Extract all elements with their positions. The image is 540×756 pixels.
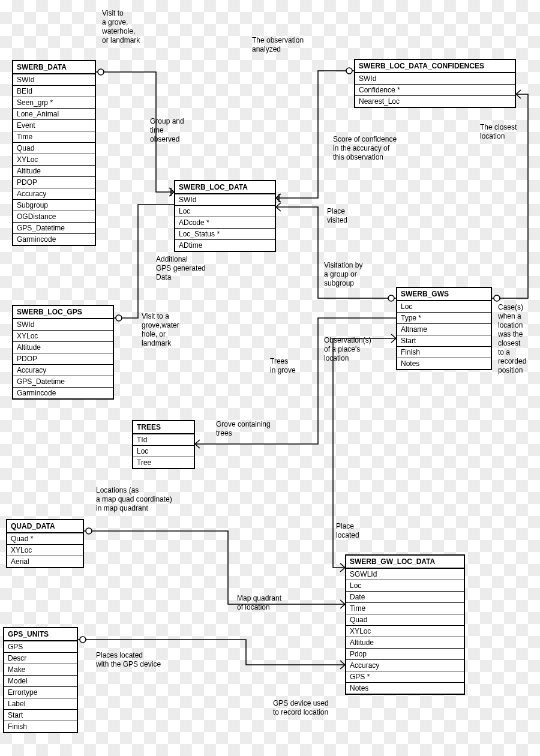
label-cases-loc: Case(s) when a location was the closest …: [498, 303, 526, 375]
attr: ADtime: [175, 240, 275, 251]
attr: Notes: [397, 358, 491, 369]
attr: SWId: [13, 74, 95, 86]
entity-title: SWERB_DATA: [13, 61, 95, 74]
label-place-visited: Place visited: [327, 207, 347, 225]
attr: Date: [346, 592, 464, 603]
entity-title: SWERB_GW_LOC_DATA: [346, 556, 464, 569]
attr: Start: [4, 710, 77, 721]
attr: Loc: [346, 580, 464, 592]
attr: BEId: [13, 86, 95, 97]
svg-point-6: [86, 528, 92, 534]
attr: Make: [4, 664, 77, 676]
attr: Errortype: [4, 687, 77, 698]
attr: Loc_Status *: [175, 229, 275, 240]
entity-title: TREES: [133, 421, 194, 434]
attr: Nearest_Loc: [355, 96, 515, 107]
attr: PDOP: [13, 353, 113, 365]
attr: Garmincode: [13, 388, 113, 398]
label-map-quad-loc: Map quadrant of location: [237, 594, 281, 612]
entity-quad-data: QUAD_DATA Quad * XYLoc Aerial: [6, 519, 84, 568]
entity-title: GPS_UNITS: [4, 628, 77, 641]
attr: Time: [13, 131, 95, 143]
attr: Notes: [346, 683, 464, 694]
attr: Garmincode: [13, 234, 95, 245]
attr: Loc: [175, 206, 275, 217]
attr: Accuracy: [13, 188, 95, 200]
attr: SWId: [175, 194, 275, 206]
entity-title: SWERB_LOC_DATA: [175, 181, 275, 194]
attr: Altitude: [13, 166, 95, 177]
attr: Start: [397, 335, 491, 347]
label-gps-device: GPS device used to record location: [273, 699, 329, 717]
attr: GPS: [4, 641, 77, 653]
label-locations-quad: Locations (as a map quad coordinate) in …: [96, 486, 172, 513]
label-visit-grove2: Visit to a grove,water hole, or landmark: [142, 312, 179, 348]
svg-point-0: [98, 69, 104, 75]
attr: ADcode *: [175, 217, 275, 229]
attr: GPS_Datetime: [13, 223, 95, 234]
attr: Accuracy: [13, 365, 113, 376]
attr: GPS_Datetime: [13, 376, 113, 388]
attr: PDOP: [13, 177, 95, 188]
attr: Subgroup: [13, 200, 95, 211]
attr: Quad: [346, 614, 464, 626]
svg-point-2: [346, 68, 352, 74]
entity-swerb-loc-gps: SWERB_LOC_GPS SWId XYLoc Altitude PDOP A…: [12, 305, 114, 400]
attr: OGDistance: [13, 211, 95, 223]
label-trees-in-grove: Trees in grove: [270, 357, 296, 375]
attr: Accuracy: [346, 660, 464, 671]
attr: XYLoc: [346, 626, 464, 637]
attr: SWId: [13, 319, 113, 331]
attr: Loc: [133, 446, 194, 457]
svg-point-1: [116, 315, 122, 321]
label-score-conf: Score of confidence in the accuracy of t…: [333, 135, 397, 162]
attr: TId: [133, 434, 194, 446]
label-group-time: Group and time observed: [150, 117, 184, 144]
attr: Model: [4, 676, 77, 687]
attr: Quad: [13, 143, 95, 154]
entity-title: SWERB_LOC_DATA_CONFIDENCES: [355, 60, 515, 73]
attr: XYLoc: [13, 154, 95, 166]
attr: Quad *: [7, 533, 83, 545]
attr: Aerial: [7, 556, 83, 567]
entity-swerb-gws: SWERB_GWS Loc Type * Altname Start Finis…: [396, 287, 492, 370]
entity-title: SWERB_LOC_GPS: [13, 306, 113, 319]
label-visit-grove: Visit to a grove, waterhole, or landmark: [102, 9, 140, 45]
attr: SWId: [355, 73, 515, 85]
attr: Finish: [397, 347, 491, 358]
attr: Altname: [397, 324, 491, 335]
attr: Label: [4, 698, 77, 710]
attr: Finish: [4, 721, 77, 732]
label-closest-loc: The closest location: [480, 123, 517, 141]
label-obs-place-loc: Observation(s) of a place's location: [324, 336, 371, 363]
attr: Tree: [133, 457, 194, 468]
entity-swerb-loc-data-confidences: SWERB_LOC_DATA_CONFIDENCES SWId Confiden…: [354, 59, 516, 108]
svg-point-4: [388, 295, 394, 301]
attr: Confidence *: [355, 85, 515, 96]
entity-trees: TREES TId Loc Tree: [132, 420, 195, 469]
attr: Event: [13, 120, 95, 131]
attr: Altitude: [13, 342, 113, 353]
attr: Altitude: [346, 637, 464, 649]
attr: Pdop: [346, 649, 464, 660]
label-additional-gps: Additional GPS generated Data: [156, 255, 206, 282]
attr: Lone_Animal: [13, 109, 95, 120]
label-places-gps: Places located with the GPS device: [96, 651, 161, 669]
label-place-located: Place located: [336, 522, 359, 540]
attr: Descr: [4, 653, 77, 664]
attr: SGWLId: [346, 569, 464, 580]
label-grove-containing: Grove containing trees: [216, 420, 271, 438]
attr: Type *: [397, 313, 491, 324]
entity-swerb-loc-data: SWERB_LOC_DATA SWId Loc ADcode * Loc_Sta…: [174, 180, 276, 252]
attr: Time: [346, 603, 464, 614]
entity-title: SWERB_GWS: [397, 288, 491, 301]
attr: Loc: [397, 301, 491, 313]
attr: XYLoc: [7, 545, 83, 556]
label-visitation: Visitation by a group or subgroup: [324, 261, 362, 288]
svg-point-7: [80, 637, 86, 643]
attr: XYLoc: [13, 331, 113, 342]
attr: GPS *: [346, 671, 464, 683]
entity-gps-units: GPS_UNITS GPS Descr Make Model Errortype…: [3, 627, 78, 733]
label-obs-analyzed: The observation analyzed: [252, 36, 304, 54]
entity-title: QUAD_DATA: [7, 520, 83, 533]
